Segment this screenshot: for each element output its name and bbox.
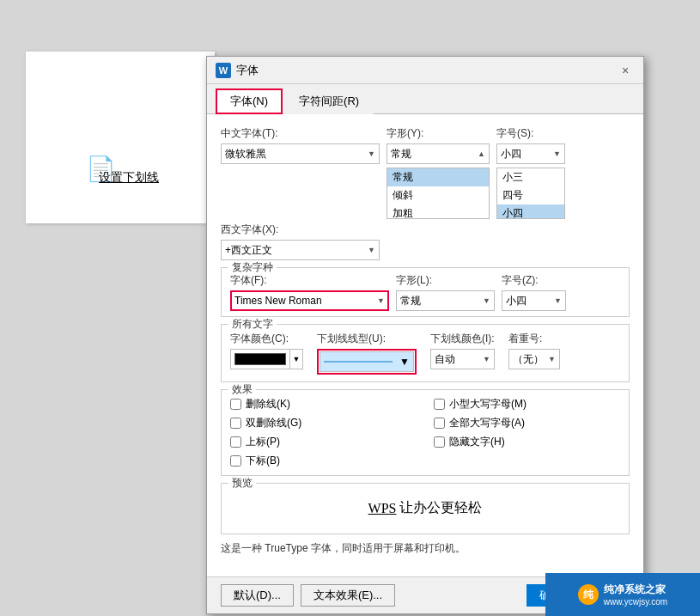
emphasis-select[interactable]: （无） ▼ xyxy=(508,349,560,369)
effect-all-caps-label: 全部大写字母(A) xyxy=(449,416,525,430)
size-listbox[interactable]: 小三 四号 小四 xyxy=(496,168,565,219)
effect-all-caps: 全部大写字母(A) xyxy=(434,416,620,430)
underline-type-highlight: ▼ xyxy=(317,349,417,375)
effect-all-caps-checkbox[interactable] xyxy=(434,418,445,429)
doc-label: 设置下划线 xyxy=(99,170,159,186)
effect-strikethrough-checkbox[interactable] xyxy=(230,399,241,410)
preview-underline-word: WPS xyxy=(368,501,397,516)
dialog-titlebar: W 字体 × xyxy=(207,57,643,84)
effect-superscript: 上标(P) xyxy=(230,435,417,449)
complex-size-col: 字号(Z): 小四 ▼ xyxy=(502,273,566,311)
size-item-3[interactable]: 小四 xyxy=(497,204,564,219)
effect-small-caps-label: 小型大写字母(M) xyxy=(449,397,527,412)
font-color-swatch xyxy=(234,353,286,365)
effect-hidden-checkbox[interactable] xyxy=(434,436,445,448)
style-item-regular[interactable]: 常规 xyxy=(387,168,489,186)
size-item-2[interactable]: 四号 xyxy=(497,186,564,204)
text-effect-button[interactable]: 文本效果(E)... xyxy=(301,584,395,607)
underline-color-select[interactable]: 自动 ▼ xyxy=(430,349,495,369)
all-chars-section: 所有文字 字体颜色(C): ▼ 下划线线型(U): xyxy=(221,324,630,382)
size-label: 字号(S): xyxy=(496,126,565,141)
complex-font-label: 字体(F): xyxy=(230,273,389,288)
complex-font-col: 字体(F): Times New Roman ▼ xyxy=(230,273,389,311)
complex-section-title: 复杂字种 xyxy=(228,260,277,275)
emphasis-col: 着重号: （无） ▼ xyxy=(508,332,560,369)
row-chinese-font: 中文字体(T): 微软雅黑 ▼ 字形(Y): 常规 ▲ 字号(S): 小四 ▼ xyxy=(221,126,630,164)
col-style: 字形(Y): 常规 ▲ xyxy=(387,126,490,164)
effect-subscript-label: 下标(B) xyxy=(246,454,280,468)
complex-style-col: 字形(L): 常规 ▼ xyxy=(396,273,495,311)
col-chinese-font: 中文字体(T): 微软雅黑 ▼ xyxy=(221,126,380,164)
effects-section: 效果 删除线(K) 小型大写字母(M) 双删除线(G) 全部大写字母(A) xyxy=(221,389,630,476)
default-button[interactable]: 默认(D)... xyxy=(221,584,294,607)
chinese-font-select[interactable]: 微软雅黑 ▼ xyxy=(221,143,380,164)
effect-double-strikethrough-label: 双删除线(G) xyxy=(246,416,301,430)
complex-script-section: 复杂字种 字体(F): Times New Roman ▼ 字形(L): 常规 … xyxy=(221,267,630,317)
font-color-label: 字体颜色(C): xyxy=(230,332,303,346)
dialog-title: 字体 xyxy=(236,63,259,78)
effects-title: 效果 xyxy=(228,382,256,397)
effect-small-caps-checkbox[interactable] xyxy=(434,399,445,410)
size-item-1[interactable]: 小三 xyxy=(497,168,564,186)
truetype-note: 这是一种 TrueType 字体，同时适用于屏幕和打印机。 xyxy=(221,541,630,556)
watermark-icon: 纯 xyxy=(578,584,599,605)
all-chars-title: 所有文字 xyxy=(228,317,277,332)
effect-subscript: 下标(B) xyxy=(230,454,417,468)
style-item-bold[interactable]: 加粗 xyxy=(387,204,489,219)
western-font-select[interactable]: +西文正文 ▼ xyxy=(221,240,380,260)
watermark: 纯 纯净系统之家 www.ycwjsy.com xyxy=(545,573,700,616)
tab-font[interactable]: 字体(N) xyxy=(216,88,283,114)
complex-size-label: 字号(Z): xyxy=(502,273,566,288)
complex-size-select[interactable]: 小四 ▼ xyxy=(502,290,566,311)
effect-strikethrough: 删除线(K) xyxy=(230,397,417,412)
dialog-body: 中文字体(T): 微软雅黑 ▼ 字形(Y): 常规 ▲ 字号(S): 小四 ▼ xyxy=(207,114,643,576)
size-select[interactable]: 小四 ▼ xyxy=(496,143,565,164)
document-page: 📄 设置下划线 xyxy=(26,52,215,223)
row-western-font: 西文字体(X): +西文正文 ▼ xyxy=(221,223,630,260)
effects-grid: 删除线(K) 小型大写字母(M) 双删除线(G) 全部大写字母(A) 上标(P) xyxy=(230,397,620,468)
tab-spacing[interactable]: 字符间距(R) xyxy=(284,88,374,114)
col-western-font: 西文字体(X): +西文正文 ▼ xyxy=(221,223,380,260)
underline-color-col: 下划线颜色(I): 自动 ▼ xyxy=(430,332,495,369)
underline-type-col: 下划线线型(U): ▼ xyxy=(317,332,417,375)
col-size: 字号(S): 小四 ▼ xyxy=(496,126,565,164)
effect-subscript-checkbox[interactable] xyxy=(230,455,241,467)
underline-type-select[interactable]: ▼ xyxy=(320,351,414,372)
style-list-row: 常规 倾斜 加粗 小三 四号 小四 xyxy=(221,168,630,219)
font-color-col: 字体颜色(C): ▼ xyxy=(230,332,303,369)
dialog-title-left: W 字体 xyxy=(216,63,259,78)
preview-content: WPS 让办公更轻松 xyxy=(230,489,620,528)
font-color-arrow: ▼ xyxy=(289,350,302,369)
complex-font-select[interactable]: Times New Roman ▼ xyxy=(230,290,389,311)
preview-text-rest: 让办公更轻松 xyxy=(399,499,482,517)
font-color-inner xyxy=(231,353,289,365)
dialog-tabs: 字体(N) 字符间距(R) xyxy=(207,84,643,114)
effect-double-strikethrough-checkbox[interactable] xyxy=(230,418,241,429)
underline-type-label: 下划线线型(U): xyxy=(317,332,417,346)
effect-small-caps: 小型大写字母(M) xyxy=(434,397,620,412)
complex-style-label: 字形(L): xyxy=(396,273,495,288)
complex-style-select[interactable]: 常规 ▼ xyxy=(396,290,495,311)
style-item-italic[interactable]: 倾斜 xyxy=(387,186,489,204)
style-listbox[interactable]: 常规 倾斜 加粗 xyxy=(387,168,490,219)
effect-hidden-label: 隐藏文字(H) xyxy=(449,435,505,449)
preview-title: 预览 xyxy=(228,476,256,491)
western-font-label: 西文字体(X): xyxy=(221,223,380,237)
chinese-font-label: 中文字体(T): xyxy=(221,126,380,141)
effect-double-strikethrough: 双删除线(G) xyxy=(230,416,417,430)
dialog-app-icon: W xyxy=(216,63,231,78)
style-label: 字形(Y): xyxy=(387,126,490,141)
all-chars-row: 字体颜色(C): ▼ 下划线线型(U): ▼ xyxy=(230,332,620,375)
style-select[interactable]: 常规 ▲ xyxy=(387,143,490,164)
font-dialog: W 字体 × 字体(N) 字符间距(R) 中文字体(T): 微软雅黑 ▼ 字形(… xyxy=(206,56,644,614)
effect-hidden: 隐藏文字(H) xyxy=(434,435,620,449)
font-color-select[interactable]: ▼ xyxy=(230,349,303,369)
preview-section: 预览 WPS 让办公更轻松 xyxy=(221,483,630,534)
effect-superscript-checkbox[interactable] xyxy=(230,436,241,448)
underline-color-label: 下划线颜色(I): xyxy=(430,332,495,346)
dialog-close-button[interactable]: × xyxy=(616,61,635,80)
complex-row: 字体(F): Times New Roman ▼ 字形(L): 常规 ▼ 字号(… xyxy=(230,273,620,311)
watermark-text: 纯净系统之家 www.ycwjsy.com xyxy=(604,582,667,607)
effect-strikethrough-label: 删除线(K) xyxy=(246,397,290,412)
emphasis-label: 着重号: xyxy=(508,332,560,346)
